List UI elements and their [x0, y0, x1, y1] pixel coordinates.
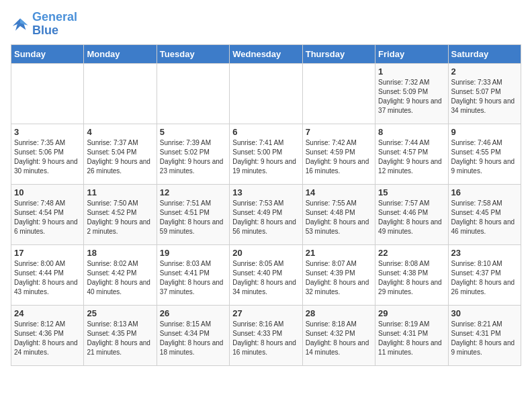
day-info: Sunrise: 8:15 AM Sunset: 4:34 PM Dayligh…	[160, 320, 226, 357]
day-cell: 27Sunrise: 8:16 AM Sunset: 4:33 PM Dayli…	[230, 305, 302, 365]
day-cell: 5Sunrise: 7:39 AM Sunset: 5:02 PM Daylig…	[157, 124, 229, 184]
day-number: 30	[451, 308, 518, 318]
day-cell: 11Sunrise: 7:50 AM Sunset: 4:52 PM Dayli…	[84, 184, 157, 244]
day-number: 15	[378, 187, 445, 197]
day-info: Sunrise: 8:07 AM Sunset: 4:39 PM Dayligh…	[306, 259, 372, 297]
day-info: Sunrise: 7:37 AM Sunset: 5:04 PM Dayligh…	[87, 138, 153, 176]
day-cell: 3Sunrise: 7:35 AM Sunset: 5:06 PM Daylig…	[11, 124, 84, 184]
day-cell: 6Sunrise: 7:41 AM Sunset: 5:00 PM Daylig…	[230, 124, 302, 184]
week-row-4: 17Sunrise: 8:00 AM Sunset: 4:44 PM Dayli…	[11, 244, 521, 305]
day-number: 20	[232, 248, 299, 258]
day-number: 14	[306, 187, 372, 197]
day-cell: 13Sunrise: 7:53 AM Sunset: 4:49 PM Dayli…	[230, 184, 302, 244]
day-cell: 10Sunrise: 7:48 AM Sunset: 4:54 PM Dayli…	[11, 184, 84, 244]
day-cell: 4Sunrise: 7:37 AM Sunset: 5:04 PM Daylig…	[84, 124, 157, 184]
day-number: 12	[160, 187, 226, 197]
day-info: Sunrise: 7:57 AM Sunset: 4:46 PM Dayligh…	[378, 199, 445, 236]
day-cell: 22Sunrise: 8:08 AM Sunset: 4:38 PM Dayli…	[375, 244, 448, 305]
week-row-3: 10Sunrise: 7:48 AM Sunset: 4:54 PM Dayli…	[11, 184, 521, 244]
day-cell	[157, 63, 229, 124]
day-info: Sunrise: 7:44 AM Sunset: 4:57 PM Dayligh…	[378, 138, 445, 176]
day-number: 19	[160, 248, 226, 258]
day-info: Sunrise: 7:55 AM Sunset: 4:48 PM Dayligh…	[306, 199, 372, 236]
day-info: Sunrise: 8:13 AM Sunset: 4:35 PM Dayligh…	[87, 320, 153, 357]
day-info: Sunrise: 7:51 AM Sunset: 4:51 PM Dayligh…	[160, 199, 226, 236]
day-cell: 25Sunrise: 8:13 AM Sunset: 4:35 PM Dayli…	[84, 305, 157, 365]
day-info: Sunrise: 8:21 AM Sunset: 4:31 PM Dayligh…	[451, 320, 518, 357]
day-number: 1	[378, 66, 445, 77]
day-number: 21	[306, 248, 372, 258]
day-info: Sunrise: 8:02 AM Sunset: 4:42 PM Dayligh…	[87, 259, 153, 297]
day-number: 10	[14, 187, 81, 197]
day-cell	[230, 63, 302, 124]
day-info: Sunrise: 7:39 AM Sunset: 5:02 PM Dayligh…	[160, 138, 226, 176]
day-info: Sunrise: 8:10 AM Sunset: 4:37 PM Dayligh…	[451, 259, 518, 297]
day-info: Sunrise: 7:53 AM Sunset: 4:49 PM Dayligh…	[232, 199, 299, 236]
week-row-5: 24Sunrise: 8:12 AM Sunset: 4:36 PM Dayli…	[11, 305, 521, 365]
day-info: Sunrise: 8:16 AM Sunset: 4:33 PM Dayligh…	[232, 320, 299, 357]
day-cell: 21Sunrise: 8:07 AM Sunset: 4:39 PM Dayli…	[302, 244, 375, 305]
logo-text: General Blue	[32, 11, 77, 38]
weekday-header-friday: Friday	[375, 44, 448, 63]
weekday-header-tuesday: Tuesday	[157, 44, 229, 63]
day-cell: 18Sunrise: 8:02 AM Sunset: 4:42 PM Dayli…	[84, 244, 157, 305]
day-number: 27	[232, 308, 299, 318]
day-number: 29	[378, 308, 445, 318]
page: General Blue SundayMondayTuesdayWednesda…	[0, 0, 532, 373]
day-info: Sunrise: 7:42 AM Sunset: 4:59 PM Dayligh…	[306, 138, 372, 176]
day-number: 22	[378, 248, 445, 258]
day-number: 5	[160, 127, 226, 137]
day-cell: 30Sunrise: 8:21 AM Sunset: 4:31 PM Dayli…	[448, 305, 521, 365]
weekday-header-saturday: Saturday	[448, 44, 521, 63]
day-cell: 16Sunrise: 7:58 AM Sunset: 4:45 PM Dayli…	[448, 184, 521, 244]
day-number: 11	[87, 187, 153, 197]
day-cell: 12Sunrise: 7:51 AM Sunset: 4:51 PM Dayli…	[157, 184, 229, 244]
day-info: Sunrise: 8:03 AM Sunset: 4:41 PM Dayligh…	[160, 259, 226, 297]
day-number: 4	[87, 127, 153, 137]
day-cell: 19Sunrise: 8:03 AM Sunset: 4:41 PM Dayli…	[157, 244, 229, 305]
day-cell: 14Sunrise: 7:55 AM Sunset: 4:48 PM Dayli…	[302, 184, 375, 244]
day-number: 3	[14, 127, 81, 137]
day-number: 17	[14, 248, 81, 258]
logo: General Blue	[11, 11, 77, 38]
day-info: Sunrise: 8:18 AM Sunset: 4:32 PM Dayligh…	[306, 320, 372, 357]
day-info: Sunrise: 8:08 AM Sunset: 4:38 PM Dayligh…	[378, 259, 445, 297]
day-cell	[84, 63, 157, 124]
day-info: Sunrise: 7:50 AM Sunset: 4:52 PM Dayligh…	[87, 199, 153, 236]
day-number: 25	[87, 308, 153, 318]
day-number: 2	[451, 66, 518, 77]
weekday-header-wednesday: Wednesday	[230, 44, 302, 63]
weekday-header-thursday: Thursday	[302, 44, 375, 63]
day-cell: 2Sunrise: 7:33 AM Sunset: 5:07 PM Daylig…	[448, 63, 521, 124]
day-cell	[302, 63, 375, 124]
day-info: Sunrise: 7:33 AM Sunset: 5:07 PM Dayligh…	[451, 78, 518, 116]
day-info: Sunrise: 8:12 AM Sunset: 4:36 PM Dayligh…	[14, 320, 81, 357]
day-info: Sunrise: 8:19 AM Sunset: 4:31 PM Dayligh…	[378, 320, 445, 357]
day-number: 23	[451, 248, 518, 258]
day-cell: 28Sunrise: 8:18 AM Sunset: 4:32 PM Dayli…	[302, 305, 375, 365]
day-info: Sunrise: 8:00 AM Sunset: 4:44 PM Dayligh…	[14, 259, 81, 297]
day-cell: 24Sunrise: 8:12 AM Sunset: 4:36 PM Dayli…	[11, 305, 84, 365]
bird-icon	[11, 15, 30, 34]
day-cell: 8Sunrise: 7:44 AM Sunset: 4:57 PM Daylig…	[375, 124, 448, 184]
day-number: 26	[160, 308, 226, 318]
day-cell: 29Sunrise: 8:19 AM Sunset: 4:31 PM Dayli…	[375, 305, 448, 365]
weekday-header-row: SundayMondayTuesdayWednesdayThursdayFrid…	[11, 44, 521, 63]
day-number: 28	[306, 308, 372, 318]
day-number: 13	[232, 187, 299, 197]
day-cell	[11, 63, 84, 124]
day-info: Sunrise: 7:32 AM Sunset: 5:09 PM Dayligh…	[378, 78, 445, 116]
week-row-1: 1Sunrise: 7:32 AM Sunset: 5:09 PM Daylig…	[11, 63, 521, 124]
day-number: 8	[378, 127, 445, 137]
day-number: 7	[306, 127, 372, 137]
day-number: 18	[87, 248, 153, 258]
calendar-table: SundayMondayTuesdayWednesdayThursdayFrid…	[11, 44, 521, 366]
day-info: Sunrise: 7:35 AM Sunset: 5:06 PM Dayligh…	[14, 138, 81, 176]
header: General Blue	[11, 11, 521, 38]
day-info: Sunrise: 7:48 AM Sunset: 4:54 PM Dayligh…	[14, 199, 81, 236]
day-info: Sunrise: 7:58 AM Sunset: 4:45 PM Dayligh…	[451, 199, 518, 236]
weekday-header-monday: Monday	[84, 44, 157, 63]
day-info: Sunrise: 8:05 AM Sunset: 4:40 PM Dayligh…	[232, 259, 299, 297]
day-number: 24	[14, 308, 81, 318]
day-number: 6	[232, 127, 299, 137]
